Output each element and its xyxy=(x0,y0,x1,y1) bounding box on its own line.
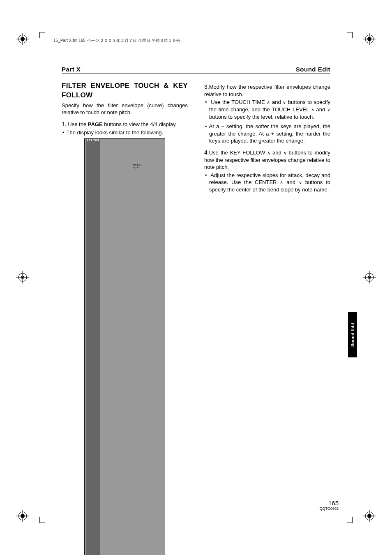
left-column: FILTER ENVELOPE TOUCH & KEY FOLLOW Speci… xyxy=(62,81,188,555)
right-column: 3.Modify how the respective filter envel… xyxy=(204,81,330,555)
step-4-bullet: Adjust the respective slopes for attack,… xyxy=(209,172,330,193)
step-3: 3.Modify how the respective filter envel… xyxy=(204,83,330,98)
crop-registration-icon xyxy=(363,33,376,45)
header-row: Part X Sound Edit xyxy=(62,66,330,74)
crop-mark-icon xyxy=(39,32,49,42)
step-1: 1. Use the PAGE buttons to view the 4/4 … xyxy=(62,120,188,128)
crop-registration-icon xyxy=(363,271,376,283)
step-3-bullet-1: Use the TOUCH TIME and buttons to specif… xyxy=(209,99,330,120)
section-label: Sound Edit xyxy=(296,66,330,73)
crop-registration-icon xyxy=(16,510,29,522)
crop-registration-icon xyxy=(16,271,29,283)
step-4: 4.Use the KEY FOLLOW and buttons to modi… xyxy=(204,149,330,171)
page-number: 165 QQTG0692 xyxy=(319,500,339,511)
crop-mark-icon xyxy=(39,513,49,523)
source-file-note: 15_Part X.fm 165 ページ ２００３年２月７日 金曜日 午後３時１… xyxy=(53,38,180,44)
step-1-bullet: The display looks similar to the followi… xyxy=(67,129,188,136)
doc-code: QQTG0692 xyxy=(319,507,339,511)
crop-mark-icon xyxy=(343,513,353,523)
crop-mark-icon xyxy=(343,32,353,42)
filter-intro: Specify how the filter envelope (curve) … xyxy=(62,102,188,116)
filter-heading: FILTER ENVELOPE TOUCH & KEY FOLLOW xyxy=(62,81,188,100)
page-content: Part X Sound Edit FILTER ENVELOPE TOUCH … xyxy=(62,66,330,555)
filter-display-figure: FILTERPAGE 4/4 SOLO 1st 2nd 3rd 4th FILT… xyxy=(84,138,165,555)
crop-registration-icon xyxy=(363,510,376,522)
step-3-bullet-2: At a – setting, the softer the keys are … xyxy=(209,123,330,145)
crop-registration-icon xyxy=(16,33,29,45)
upper-columns: FILTER ENVELOPE TOUCH & KEY FOLLOW Speci… xyxy=(62,81,330,555)
part-label: Part X xyxy=(62,66,81,73)
side-tab-label: Sound Edit xyxy=(348,312,357,357)
